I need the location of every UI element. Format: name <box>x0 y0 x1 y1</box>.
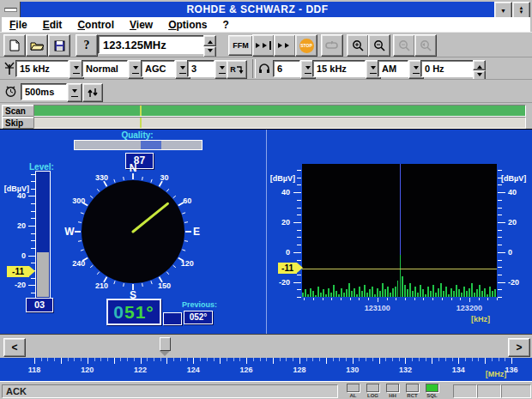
menu-help[interactable]: ? <box>215 19 237 31</box>
spectrum-x-tick <box>405 298 406 300</box>
spectrum-bar <box>409 283 411 297</box>
spectrum-y-label: -20 <box>268 278 290 287</box>
ruler-tick <box>478 358 479 361</box>
spectrum-y-tick <box>293 192 301 193</box>
tuning-slider-thumb[interactable] <box>160 337 171 356</box>
ruler-tick <box>399 358 400 361</box>
indicator-icon <box>386 384 399 392</box>
df-mode-combo[interactable]: Normal <box>82 60 143 79</box>
spectrum-bar <box>471 283 473 297</box>
menu-options[interactable]: Options <box>160 19 215 31</box>
level-sub-box: 03 <box>26 298 53 312</box>
spinner-up-button[interactable] <box>203 35 216 46</box>
window-title: ROHDE & SCHWARZ - DDF <box>21 2 494 17</box>
spectrum-bar <box>374 294 376 298</box>
demodulation-combo[interactable]: AM <box>378 60 424 79</box>
spectrum-y-tick <box>293 282 301 283</box>
restore-button[interactable]: ▲▼ <box>512 2 530 19</box>
spectrum-y-label: 0 <box>508 248 530 257</box>
spectrum-x-tick <box>378 298 378 302</box>
skip-forward-button[interactable] <box>252 34 275 57</box>
spectrum-bar <box>330 293 332 297</box>
ruler-label: 128 <box>287 366 311 374</box>
audio-bandwidth-combo[interactable]: 15 kHz <box>312 60 381 79</box>
if-bandwidth-combo[interactable]: 15 kHz <box>15 60 84 79</box>
observation-time-combo[interactable]: 500ms <box>21 83 82 102</box>
quality-slider[interactable] <box>74 140 203 150</box>
spectrum-bar <box>489 287 491 297</box>
help-button[interactable]: ? <box>76 34 98 57</box>
spectrum-bar <box>346 289 348 297</box>
swap-direction-button[interactable] <box>82 83 103 102</box>
spectrum-bar <box>404 285 406 297</box>
rx-route-button[interactable]: R <box>227 60 247 79</box>
zoom-out-button[interactable] <box>368 34 390 57</box>
save-button[interactable] <box>48 34 70 57</box>
df-mode-value: Normal <box>86 63 118 74</box>
menu-file[interactable]: File <box>2 19 35 31</box>
quality-slider-thumb[interactable] <box>141 141 161 149</box>
frequency-input[interactable]: 123.125MHz <box>98 35 207 54</box>
spectrum-marker-flag[interactable]: -11 <box>278 263 308 274</box>
stop-button[interactable]: STOP <box>295 34 317 57</box>
ruler-tick <box>445 358 446 361</box>
gain-value-combo[interactable]: 3 <box>187 60 230 79</box>
spectrum-bar <box>474 293 475 297</box>
status-indicator-hh[interactable]: HH <box>383 384 402 398</box>
status-indicator-rct[interactable]: RCT <box>402 384 422 398</box>
ruler-tick <box>207 358 208 361</box>
minimize-icon: ▼ <box>500 8 506 14</box>
repeat-button[interactable] <box>321 34 343 57</box>
spinner-up-button[interactable] <box>473 60 486 70</box>
level-marker-flag[interactable]: -11 <box>7 266 40 277</box>
ruler-tick <box>485 358 486 364</box>
ffm-mode-button[interactable]: FFM <box>228 35 253 56</box>
spectrum-y-tick <box>498 222 505 223</box>
spectrum-bar <box>397 281 399 297</box>
bearing-display: 051° <box>106 299 161 325</box>
ruler-tick <box>333 358 334 361</box>
spectrum-y-tick <box>498 252 505 253</box>
volume-combo[interactable]: 6 <box>273 60 316 79</box>
new-file-button[interactable] <box>3 34 26 57</box>
skip-button[interactable]: Skip <box>2 117 35 130</box>
spectrum-y-labels-left: 40200-20 <box>268 164 290 297</box>
scan-frequency-marker <box>140 106 142 116</box>
spectrum-bar <box>443 291 444 297</box>
open-file-button[interactable] <box>26 34 48 57</box>
scan-button[interactable]: Scan <box>2 105 35 118</box>
bfo-offset-input[interactable]: 0 Hz <box>420 60 475 77</box>
spectrum-bar <box>402 276 403 297</box>
zoom-previous-button[interactable] <box>393 34 415 57</box>
status-indicator-sql[interactable]: SQL <box>422 384 442 398</box>
system-menu-button[interactable] <box>2 2 21 17</box>
zoom-full-button[interactable] <box>414 34 437 57</box>
status-cell-2 <box>477 384 501 398</box>
menu-control[interactable]: Control <box>70 19 122 31</box>
timer-toolbar: 500ms <box>0 79 532 103</box>
spectrum-y-tick <box>297 245 301 245</box>
spectrum-y-tick <box>297 297 301 298</box>
menu-view[interactable]: View <box>122 19 160 31</box>
system-menu-icon <box>4 8 17 12</box>
spectrum-y-tick <box>498 200 502 201</box>
ruler-tick <box>293 358 293 361</box>
spectrum-bar <box>456 285 457 297</box>
spectrum-bar <box>384 289 386 297</box>
ruler-tick <box>141 358 142 364</box>
fast-forward-button[interactable] <box>274 34 296 57</box>
ruler-tick <box>34 358 35 364</box>
gain-mode-combo[interactable]: AGC <box>141 60 190 79</box>
spectrum-bars <box>302 164 497 297</box>
tune-left-button[interactable]: < <box>3 338 26 357</box>
frequency-ruler: [MHz] 118120122124126128130132134136 <box>0 358 532 382</box>
zoom-in-button[interactable] <box>347 34 369 57</box>
menu-edit[interactable]: Edit <box>35 19 70 31</box>
status-indicator-al[interactable]: AL <box>343 384 363 398</box>
minimize-button[interactable]: ▼ <box>494 2 512 19</box>
status-indicator-log[interactable]: LOG <box>363 384 383 398</box>
ruler-tick <box>173 358 174 361</box>
tune-right-button[interactable]: > <box>508 338 530 357</box>
spectrum-bar <box>328 288 329 297</box>
frequency-value: 123.125MHz <box>103 39 166 51</box>
